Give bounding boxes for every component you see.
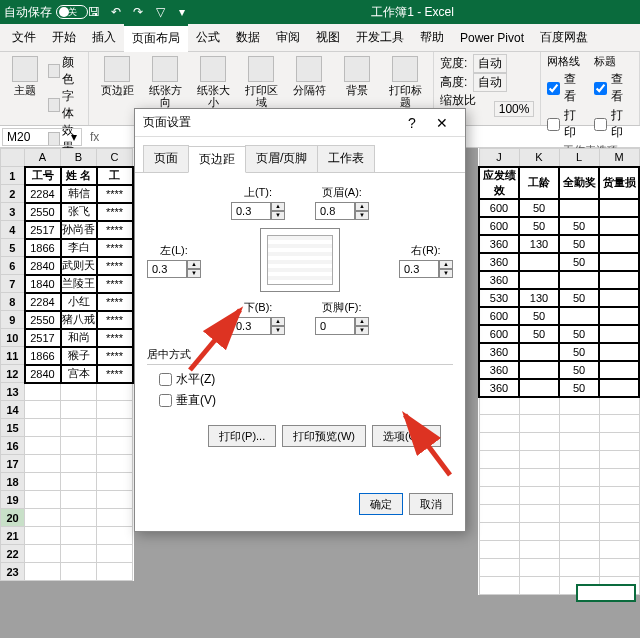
- spin-down[interactable]: ▼: [439, 269, 453, 278]
- theme-fonts[interactable]: 字体: [48, 88, 82, 122]
- filter-icon[interactable]: ▽: [153, 5, 167, 19]
- center-label: 居中方式: [147, 347, 453, 362]
- tab-layout[interactable]: 页面布局: [124, 24, 188, 52]
- tab-home[interactable]: 开始: [44, 24, 84, 52]
- tab-view[interactable]: 视图: [308, 24, 348, 52]
- orientation-button[interactable]: 纸张方向: [143, 54, 187, 110]
- spin-up[interactable]: ▲: [271, 202, 285, 211]
- print-preview-button[interactable]: 打印预览(W): [282, 425, 366, 447]
- margin-left: 左(L): ▲▼: [147, 243, 201, 278]
- scale-width-val[interactable]: 自动: [473, 54, 507, 73]
- dialog-title: 页面设置: [143, 114, 397, 131]
- scale-height-label: 高度:: [440, 74, 467, 91]
- spin-down[interactable]: ▼: [355, 326, 369, 335]
- tab-dev[interactable]: 开发工具: [348, 24, 412, 52]
- margin-footer-input[interactable]: [315, 317, 355, 335]
- document-title: 工作簿1 - Excel: [189, 4, 636, 21]
- spin-up[interactable]: ▲: [355, 202, 369, 211]
- headings-view-check[interactable]: [594, 82, 607, 95]
- scale-width-label: 宽度:: [440, 55, 467, 72]
- center-horiz-check[interactable]: [159, 373, 172, 386]
- spin-down[interactable]: ▼: [355, 211, 369, 220]
- tab-review[interactable]: 审阅: [268, 24, 308, 52]
- gridlines-label: 网格线: [547, 54, 586, 69]
- options-button[interactable]: 选项(O)...: [372, 425, 441, 447]
- spin-down[interactable]: ▼: [271, 326, 285, 335]
- autosave-toggle[interactable]: 自动保存 关: [4, 4, 77, 21]
- tab-data[interactable]: 数据: [228, 24, 268, 52]
- quick-access-toolbar: 🖫 ↶ ↷ ▽ ▾: [87, 5, 189, 19]
- dropdown-icon[interactable]: ▾: [175, 5, 189, 19]
- gridlines-view-check[interactable]: [547, 82, 560, 95]
- spin-up[interactable]: ▲: [271, 317, 285, 326]
- margin-footer: 页脚(F): ▲▼: [315, 300, 369, 335]
- background-button[interactable]: 背景: [335, 54, 379, 98]
- active-cell-indicator: [576, 584, 636, 602]
- headings-print-check[interactable]: [594, 118, 607, 131]
- headings-label: 标题: [594, 54, 633, 69]
- fx-icon[interactable]: fx: [84, 130, 105, 144]
- autosave-label: 自动保存: [4, 4, 52, 21]
- theme-colors[interactable]: 颜色: [48, 54, 82, 88]
- margin-top: 上(T): ▲▼: [231, 185, 285, 220]
- margin-left-input[interactable]: [147, 260, 187, 278]
- size-button[interactable]: 纸张大小: [191, 54, 235, 110]
- scale-ratio-val[interactable]: 100%: [494, 101, 535, 117]
- gridlines-print-check[interactable]: [547, 118, 560, 131]
- margins-button[interactable]: 页边距: [95, 54, 139, 98]
- center-vert-check[interactable]: [159, 394, 172, 407]
- print-titles-button[interactable]: 打印标题: [383, 54, 427, 110]
- margin-right-input[interactable]: [399, 260, 439, 278]
- print-area-button[interactable]: 打印区域: [239, 54, 283, 110]
- margin-header: 页眉(A): ▲▼: [315, 185, 369, 220]
- spin-up[interactable]: ▲: [355, 317, 369, 326]
- breaks-button[interactable]: 分隔符: [287, 54, 331, 98]
- right-grid[interactable]: JKLM应发绩效工龄全勤奖货量损600506005050360130503605…: [478, 148, 640, 595]
- page-setup-dialog: 页面设置 ? ✕ 页面 页边距 页眉/页脚 工作表 上(T): ▲▼ 页眉(A)…: [134, 108, 466, 532]
- left-grid[interactable]: ABC1工号姓 名工22284韩信****32550张飞****42517孙尚香…: [0, 148, 134, 581]
- tab-page[interactable]: 页面: [143, 145, 189, 172]
- ok-button[interactable]: 确定: [359, 493, 403, 515]
- redo-icon[interactable]: ↷: [131, 5, 145, 19]
- undo-icon[interactable]: ↶: [109, 5, 123, 19]
- name-box[interactable]: M20▾: [2, 128, 82, 146]
- cancel-button[interactable]: 取消: [409, 493, 453, 515]
- help-button[interactable]: ?: [397, 115, 427, 131]
- margin-bottom-input[interactable]: [231, 317, 271, 335]
- tab-margins[interactable]: 页边距: [188, 146, 246, 173]
- tab-baidu[interactable]: 百度网盘: [532, 24, 596, 52]
- print-button[interactable]: 打印(P)...: [208, 425, 276, 447]
- spin-down[interactable]: ▼: [187, 269, 201, 278]
- tab-insert[interactable]: 插入: [84, 24, 124, 52]
- margin-bottom: 下(B): ▲▼: [231, 300, 285, 335]
- tab-header-footer[interactable]: 页眉/页脚: [245, 145, 318, 172]
- autosave-state: 关: [68, 6, 77, 19]
- tab-formula[interactable]: 公式: [188, 24, 228, 52]
- dialog-tabs: 页面 页边距 页眉/页脚 工作表: [135, 137, 465, 173]
- margin-header-input[interactable]: [315, 202, 355, 220]
- tab-worksheet[interactable]: 工作表: [317, 145, 375, 172]
- tab-powerpivot[interactable]: Power Pivot: [452, 24, 532, 52]
- spin-down[interactable]: ▼: [271, 211, 285, 220]
- tab-help[interactable]: 帮助: [412, 24, 452, 52]
- tab-file[interactable]: 文件: [4, 24, 44, 52]
- margin-preview: [260, 228, 340, 292]
- spin-up[interactable]: ▲: [187, 260, 201, 269]
- close-button[interactable]: ✕: [427, 115, 457, 131]
- margin-right: 右(R): ▲▼: [399, 243, 453, 278]
- ribbon-tabs: 文件 开始 插入 页面布局 公式 数据 审阅 视图 开发工具 帮助 Power …: [0, 24, 640, 52]
- save-icon[interactable]: 🖫: [87, 5, 101, 19]
- spin-up[interactable]: ▲: [439, 260, 453, 269]
- scale-height-val[interactable]: 自动: [473, 73, 507, 92]
- title-bar: 自动保存 关 🖫 ↶ ↷ ▽ ▾ 工作簿1 - Excel: [0, 0, 640, 24]
- margin-top-input[interactable]: [231, 202, 271, 220]
- themes-button[interactable]: 主题: [6, 54, 44, 98]
